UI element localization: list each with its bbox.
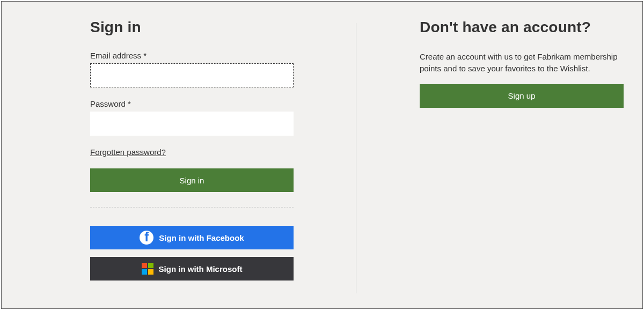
- facebook-icon: [140, 231, 153, 245]
- sign-up-button-label: Sign up: [508, 91, 536, 100]
- forgot-password-link[interactable]: Forgotten password?: [90, 147, 166, 157]
- auth-page: Sign in Email address * Password * Forgo…: [1, 1, 643, 309]
- password-label: Password *: [90, 99, 294, 108]
- column-divider: [356, 23, 356, 293]
- microsoft-sign-in-button[interactable]: Sign in with Microsoft: [90, 257, 294, 281]
- microsoft-button-label: Sign in with Microsoft: [159, 264, 243, 274]
- sign-in-panel: Sign in Email address * Password * Forgo…: [2, 19, 355, 281]
- social-divider: [90, 207, 294, 208]
- facebook-button-label: Sign in with Facebook: [159, 233, 244, 242]
- microsoft-icon: [142, 263, 153, 275]
- email-field-block: Email address *: [90, 51, 294, 87]
- sign-up-heading: Don't have an account?: [420, 19, 624, 36]
- sign-up-button[interactable]: Sign up: [420, 84, 624, 108]
- sign-up-panel: Don't have an account? Create an account…: [355, 19, 642, 281]
- columns: Sign in Email address * Password * Forgo…: [2, 2, 642, 281]
- facebook-sign-in-button[interactable]: Sign in with Facebook: [90, 226, 294, 249]
- sign-in-button[interactable]: Sign in: [90, 168, 294, 192]
- sign-in-button-label: Sign in: [180, 176, 204, 185]
- sign-up-description: Create an account with us to get Fabrika…: [420, 51, 624, 75]
- sign-in-heading: Sign in: [90, 19, 294, 36]
- password-field-block: Password *: [90, 99, 294, 136]
- email-label: Email address *: [90, 51, 294, 60]
- email-input[interactable]: [90, 63, 294, 87]
- password-input[interactable]: [90, 112, 294, 136]
